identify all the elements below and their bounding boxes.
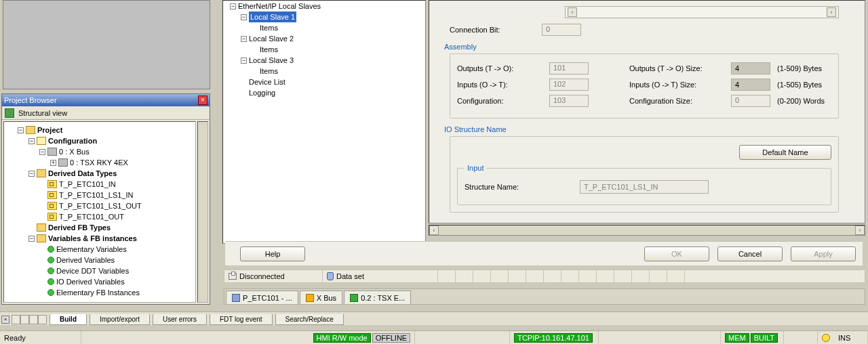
close-output-icon[interactable]: × — [1, 316, 9, 324]
tree-var-item[interactable]: Device DDT Variables — [56, 265, 129, 276]
folder-icon — [37, 234, 46, 242]
status-ins: INS — [834, 331, 868, 344]
tree-ddt-item[interactable]: T_P_ETC101_LS1_OUT — [59, 200, 142, 211]
scroll-right-icon[interactable]: › — [855, 225, 865, 235]
tree-var-item[interactable]: IO Derived Variables — [56, 276, 125, 287]
variable-icon — [47, 257, 54, 263]
tree-device-list[interactable]: Device List — [249, 77, 285, 87]
outputs-size-input[interactable] — [731, 62, 770, 74]
scroll-left-icon[interactable]: ‹ — [429, 225, 439, 235]
outputs-value: 101 — [549, 62, 589, 74]
outputs-size-range: (1-509) Bytes — [777, 64, 822, 72]
assembly-group: Outputs (T -> O): 101 Outputs (T -> O) S… — [450, 53, 839, 119]
status-hmi: HMI R/W mode — [313, 333, 371, 343]
config-value: 103 — [549, 95, 589, 107]
collapse-icon[interactable]: − — [39, 149, 45, 155]
tree-slave-1-items[interactable]: Items — [260, 22, 278, 33]
struct-name-label: Structure Name: — [465, 183, 580, 191]
device-tree[interactable]: −EtherNet/IP Local Slaves −Local Slave 1… — [222, 0, 426, 244]
tree-var-item[interactable]: Elementary FB Instances — [56, 287, 140, 298]
ok-button[interactable]: OK — [644, 246, 709, 261]
nav-last-icon[interactable] — [38, 315, 47, 324]
apply-button[interactable]: Apply — [791, 246, 856, 261]
nav-next-icon[interactable] — [29, 315, 38, 324]
project-browser-tree[interactable]: −Project −Configuration −0 : X Bus +0 : … — [3, 121, 196, 303]
collapse-icon[interactable]: − — [28, 236, 35, 242]
document-tabs: P_ETC101 - ... X Bus 0.2 : TSX E... — [224, 288, 865, 305]
outputs-size-label: Outputs (T -> O) Size: — [629, 64, 731, 72]
outputs-label: Outputs (T -> O): — [457, 64, 549, 72]
status-ready: Ready — [0, 331, 81, 344]
inputs-size-input[interactable] — [731, 79, 770, 91]
collapse-icon[interactable]: − — [241, 36, 247, 42]
tree-dfb[interactable]: Derived FB Types — [48, 222, 111, 233]
out-tab-import[interactable]: Import/export — [90, 314, 150, 325]
out-tab-errors[interactable]: User errors — [153, 314, 207, 325]
form-hscroll[interactable]: ‹ › — [429, 225, 865, 236]
collapse-icon[interactable]: − — [28, 138, 35, 144]
tree-ddt-item[interactable]: T_P_ETC101_OUT — [59, 211, 124, 222]
tree-logging[interactable]: Logging — [249, 87, 275, 98]
default-name-button[interactable]: Default Name — [739, 145, 831, 160]
variable-icon — [47, 278, 54, 285]
collapse-icon[interactable]: − — [28, 171, 35, 177]
out-tab-build[interactable]: Build — [50, 314, 87, 325]
config-label: Configuration: — [457, 97, 549, 105]
tree-slave-2-items[interactable]: Items — [260, 44, 278, 55]
nav-prev-icon[interactable] — [20, 315, 29, 324]
tree-slave-1[interactable]: Local Slave 1 — [249, 12, 296, 22]
scroll-left-icon[interactable]: ‹ — [568, 7, 577, 17]
preview-pane — [3, 0, 210, 89]
type-icon — [47, 180, 57, 188]
project-browser-toolbar: Structural view — [2, 106, 210, 120]
scrollbar-vertical[interactable] — [197, 121, 208, 303]
struct-name-input[interactable] — [580, 180, 709, 194]
cancel-button[interactable]: Cancel — [717, 246, 783, 261]
scroll-right-icon[interactable]: › — [827, 7, 836, 17]
structural-view-icon — [5, 108, 14, 118]
tree-slave-3-items[interactable]: Items — [260, 66, 278, 77]
collapse-icon[interactable]: − — [18, 127, 24, 133]
tab-xbus[interactable]: X Bus — [300, 291, 342, 304]
tree-vars[interactable]: Variables & FB instances — [48, 233, 137, 244]
out-tab-search[interactable]: Search/Replace — [275, 314, 344, 325]
tab-p-etc101[interactable]: P_ETC101 - ... — [226, 291, 298, 304]
input-subgroup-title: Input — [465, 164, 486, 172]
output-tabs: × Build Import/export User errors FDT lo… — [0, 311, 868, 325]
properties-panel: ‹ › Connection Bit: 0 Assembly Outputs (… — [429, 0, 865, 223]
status-built: BUILT — [751, 333, 778, 343]
disconnected-label: Disconnected — [239, 272, 285, 280]
tree-slave-3[interactable]: Local Slave 3 — [249, 55, 294, 66]
help-button[interactable]: Help — [240, 246, 305, 261]
tree-var-item[interactable]: Derived Variables — [56, 255, 115, 265]
tree-enip-root[interactable]: EtherNet/IP Local Slaves — [238, 1, 321, 12]
tree-rky[interactable]: 0 : TSX RKY 4EX — [70, 157, 128, 168]
tree-configuration[interactable]: Configuration — [48, 135, 97, 146]
nav-first-icon[interactable] — [12, 315, 20, 324]
project-browser-window: Project Browser × Structural view −Proje… — [1, 93, 210, 305]
tree-ddt-item[interactable]: T_P_ETC101_IN — [59, 179, 116, 190]
type-icon — [47, 202, 57, 210]
tree-ddt[interactable]: Derived Data Types — [48, 168, 117, 179]
collapse-icon[interactable]: − — [241, 58, 247, 64]
tree-project[interactable]: Project — [37, 125, 62, 135]
status-offline: OFFLINE — [372, 333, 410, 343]
out-tab-fdt[interactable]: FDT log event — [210, 314, 273, 325]
folder-open-icon — [37, 137, 46, 145]
variable-icon — [47, 289, 54, 296]
tree-ddt-item[interactable]: T_P_ETC101_LS1_IN — [59, 190, 133, 200]
tree-xbus[interactable]: 0 : X Bus — [59, 146, 90, 157]
tree-slave-2[interactable]: Local Slave 2 — [249, 33, 294, 44]
tree-var-item[interactable]: Elementary Variables — [56, 244, 127, 255]
close-icon[interactable]: × — [198, 95, 208, 105]
collapse-icon[interactable]: − — [241, 14, 247, 20]
dialog-button-bar: Help OK Cancel Apply — [225, 241, 863, 265]
config-size-range: (0-200) Words — [777, 97, 825, 105]
expand-icon[interactable]: + — [50, 160, 56, 166]
status-bar: Ready HMI R/W modeOFFLINE TCPIP:10.161.4… — [0, 330, 868, 344]
inner-hscroll[interactable]: ‹ › — [565, 6, 839, 18]
collapse-icon[interactable]: − — [230, 3, 236, 9]
conn-bit-label: Connection Bit: — [450, 26, 542, 34]
tab-tsx[interactable]: 0.2 : TSX E... — [344, 291, 411, 304]
project-browser-titlebar[interactable]: Project Browser × — [2, 94, 210, 106]
